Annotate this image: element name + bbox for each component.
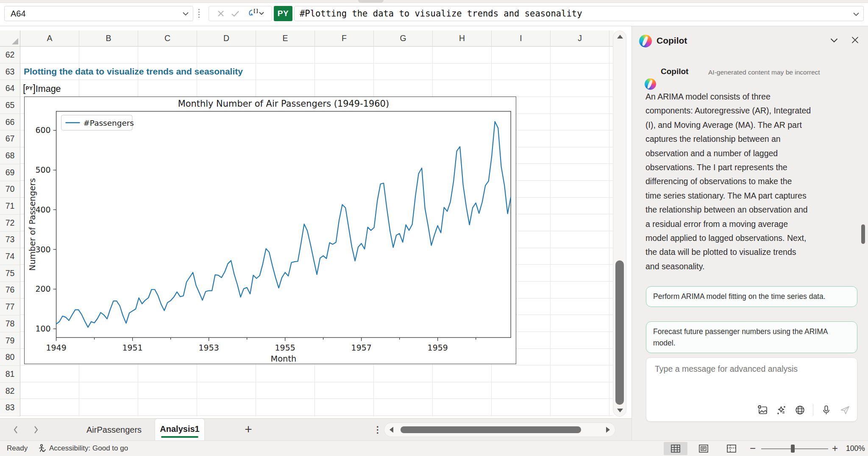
- row-header-78[interactable]: 78: [0, 315, 20, 332]
- svg-text:100: 100: [36, 324, 51, 333]
- horizontal-scroll-thumb[interactable]: [401, 426, 581, 433]
- column-header-A[interactable]: A: [20, 30, 79, 47]
- scroll-up-arrow-icon[interactable]: [617, 35, 623, 39]
- svg-text:1949: 1949: [46, 343, 67, 352]
- ribbon-collapse-notch: [358, 0, 384, 3]
- row-header-80[interactable]: 80: [0, 349, 20, 366]
- vertical-scroll-thumb[interactable]: [615, 260, 624, 405]
- column-header-B[interactable]: B: [79, 30, 138, 47]
- column-header-E[interactable]: E: [256, 30, 315, 47]
- row-header-62[interactable]: 62: [0, 47, 20, 64]
- enter-check-icon[interactable]: [231, 9, 240, 18]
- cell-a64-python-image[interactable]: [PY]Image: [23, 80, 61, 97]
- column-headers: ABCDEFGHIJ: [20, 30, 614, 47]
- web-search-globe-icon[interactable]: [794, 404, 806, 416]
- cancel-icon[interactable]: [217, 9, 225, 18]
- row-header-64[interactable]: 64: [0, 80, 20, 97]
- select-all-corner[interactable]: [0, 30, 20, 47]
- formula-bar-drag-handle[interactable]: [198, 9, 200, 18]
- air-passengers-line-chart: 1002003004005006001949195119531955195719…: [25, 97, 516, 364]
- svg-text:[]: []: [253, 8, 259, 14]
- normal-view-icon: [671, 445, 680, 453]
- cell-a63-heading[interactable]: Plotting the data to visualize trends an…: [24, 63, 243, 80]
- zoom-out-button[interactable]: −: [748, 441, 758, 456]
- column-header-C[interactable]: C: [138, 30, 197, 47]
- svg-text:#Passengers: #Passengers: [83, 119, 134, 127]
- status-bar: Ready Accessibility: Good to go − + 100%: [0, 440, 868, 456]
- suggestion-pill-forecast[interactable]: Forecast future passenger numbers using …: [646, 321, 857, 353]
- zoom-in-button[interactable]: +: [830, 441, 840, 456]
- page-break-preview-button[interactable]: [720, 442, 743, 455]
- row-header-81[interactable]: 81: [0, 366, 20, 383]
- row-header-75[interactable]: 75: [0, 265, 20, 282]
- row-header-76[interactable]: 76: [0, 282, 20, 299]
- zoom-slider-track[interactable]: [761, 448, 828, 449]
- row-header-73[interactable]: 73: [0, 232, 20, 249]
- svg-text:1957: 1957: [351, 343, 372, 352]
- row-header-71[interactable]: 71: [0, 198, 20, 215]
- column-header-G[interactable]: G: [374, 30, 433, 47]
- row-header-82[interactable]: 82: [0, 383, 20, 400]
- spreadsheet-grid: ABCDEFGHIJ 62636465666768697071727374757…: [0, 26, 632, 418]
- row-header-66[interactable]: 66: [0, 114, 20, 131]
- toolbar-divider: [813, 404, 813, 416]
- formula-expand-chevron-icon[interactable]: [853, 12, 859, 16]
- embedded-chart-image[interactable]: 1002003004005006001949195119531955195719…: [24, 97, 516, 364]
- add-image-icon[interactable]: [757, 404, 768, 416]
- chevron-down-icon[interactable]: [183, 12, 189, 16]
- cell-reference: A64: [11, 9, 183, 19]
- scroll-down-arrow-icon[interactable]: [617, 409, 623, 412]
- scroll-left-arrow-icon[interactable]: [389, 427, 393, 433]
- excel-window: A64 [] PY #Plotting the data to visualiz…: [0, 0, 868, 456]
- vertical-scrollbar[interactable]: [613, 30, 626, 417]
- suggestion-pill-arima-fitting[interactable]: Perform ARIMA model fitting on the time …: [646, 286, 857, 307]
- row-header-72[interactable]: 72: [0, 215, 20, 232]
- row-header-67[interactable]: 67: [0, 130, 20, 147]
- copilot-message-avatar: [645, 78, 656, 90]
- row-header-69[interactable]: 69: [0, 164, 20, 181]
- ai-disclaimer: AI-generated content may be incorrect: [708, 69, 820, 76]
- sheet-tab-airpassengers[interactable]: AirPassengers: [81, 419, 147, 441]
- normal-view-button[interactable]: [664, 442, 687, 455]
- sheet-tab-analysis1[interactable]: Analysis1: [155, 419, 204, 441]
- ribbon-edge: [0, 0, 868, 3]
- name-box[interactable]: A64: [4, 6, 193, 21]
- zoom-level[interactable]: 100%: [846, 441, 865, 456]
- add-sheet-button[interactable]: +: [240, 419, 257, 441]
- row-header-70[interactable]: 70: [0, 181, 20, 198]
- column-header-H[interactable]: H: [433, 30, 492, 47]
- copilot-message-input[interactable]: Type a message for advanced analysis: [646, 357, 857, 422]
- page-break-preview-icon: [727, 445, 736, 453]
- zoom-slider-thumb[interactable]: [791, 445, 795, 453]
- row-header-74[interactable]: 74: [0, 248, 20, 265]
- copilot-logo-icon: [639, 35, 652, 47]
- row-header-65[interactable]: 65: [0, 97, 20, 114]
- ready-status: Ready: [7, 441, 28, 456]
- row-header-77[interactable]: 77: [0, 298, 20, 315]
- prompt-library-icon[interactable]: [776, 404, 787, 416]
- column-header-I[interactable]: I: [492, 30, 551, 47]
- row-header-83[interactable]: 83: [0, 399, 20, 416]
- row-header-68[interactable]: 68: [0, 147, 20, 164]
- horizontal-scrollbar[interactable]: [384, 423, 615, 437]
- row-header-63[interactable]: 63: [0, 64, 20, 80]
- copilot-scroll-thumb[interactable]: [861, 224, 865, 244]
- column-header-F[interactable]: F: [315, 30, 374, 47]
- row-header-79[interactable]: 79: [0, 332, 20, 349]
- copilot-message: An ARIMA model consists of three compone…: [645, 90, 862, 274]
- python-object-icon[interactable]: []: [246, 8, 264, 19]
- formula-text: #Plotting the data to visualize trends a…: [300, 8, 582, 19]
- next-sheet-icon[interactable]: [33, 425, 39, 434]
- send-icon[interactable]: [839, 404, 851, 416]
- page-layout-view-button[interactable]: [692, 442, 715, 455]
- close-icon[interactable]: [851, 36, 859, 44]
- formula-input[interactable]: #Plotting the data to visualize trends a…: [294, 6, 864, 21]
- accessibility-status[interactable]: Accessibility: Good to go: [49, 441, 128, 456]
- column-header-J[interactable]: J: [551, 30, 609, 47]
- prev-sheet-icon[interactable]: [13, 425, 19, 434]
- microphone-icon[interactable]: [821, 404, 832, 416]
- tab-options-dots-icon[interactable]: ⋮: [372, 419, 383, 441]
- scroll-right-arrow-icon[interactable]: [606, 427, 610, 433]
- column-header-D[interactable]: D: [197, 30, 256, 47]
- collapse-chevron-icon[interactable]: [830, 38, 838, 43]
